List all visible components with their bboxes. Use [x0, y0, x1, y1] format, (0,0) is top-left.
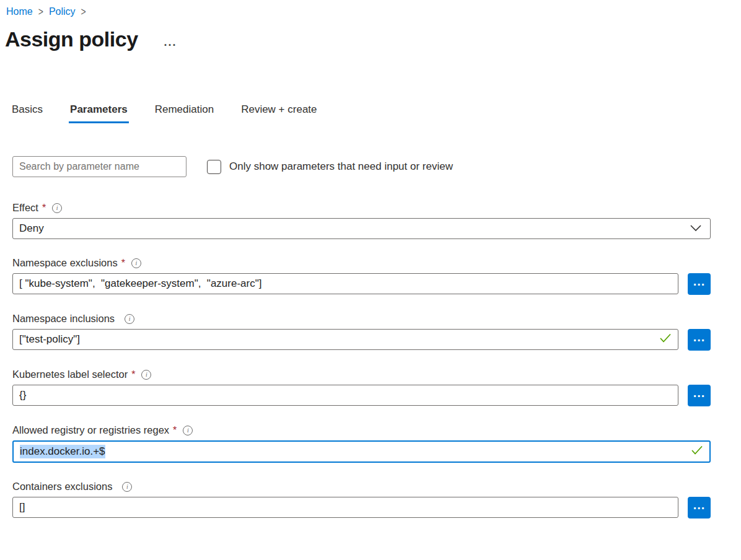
field-effect: Effect * i Deny	[12, 202, 741, 239]
namespace-inclusions-input[interactable]	[19, 330, 654, 349]
info-icon[interactable]: i	[125, 314, 134, 324]
required-asterisk: *	[131, 369, 135, 380]
check-mark-icon	[691, 445, 703, 458]
tab-review-create[interactable]: Review + create	[240, 101, 318, 123]
field-kubernetes-label-selector: Kubernetes label selector * i ...	[12, 369, 741, 406]
title-row: Assign policy ...	[5, 27, 741, 51]
field-containers-exclusions: Containers exclusions i ...	[12, 481, 741, 518]
filter-checkbox[interactable]	[207, 160, 221, 174]
info-icon[interactable]: i	[52, 203, 62, 213]
breadcrumb-separator-icon: >	[81, 6, 86, 18]
filter-row: Only show parameters that need input or …	[12, 156, 741, 177]
tab-bar: Basics Parameters Remediation Review + c…	[11, 101, 741, 123]
tab-parameters[interactable]: Parameters	[69, 101, 129, 123]
required-asterisk: *	[121, 258, 125, 269]
breadcrumb-separator-icon: >	[38, 6, 43, 18]
info-icon[interactable]: i	[122, 482, 132, 492]
field-label: Containers exclusions	[12, 481, 112, 492]
containers-exclusions-more-button[interactable]: ...	[688, 497, 711, 518]
tab-remediation[interactable]: Remediation	[154, 101, 215, 123]
field-label: Kubernetes label selector	[12, 369, 128, 380]
check-mark-icon	[659, 333, 672, 346]
containers-exclusions-input[interactable]	[19, 497, 672, 517]
kubernetes-label-selector-input[interactable]	[19, 385, 672, 405]
tab-basics[interactable]: Basics	[11, 101, 44, 123]
kubernetes-label-selector-more-button[interactable]: ...	[688, 385, 711, 406]
field-label: Namespace inclusions	[12, 313, 115, 325]
assign-policy-page: Home > Policy > Assign policy ... Basics…	[0, 0, 741, 560]
namespace-inclusions-more-button[interactable]: ...	[688, 329, 711, 351]
field-label: Namespace exclusions	[12, 257, 118, 269]
page-title: Assign policy	[5, 27, 138, 51]
parameters-form: Effect * i Deny Namespace exclusions * i	[12, 202, 741, 518]
selected-input-text: index.docker.io.+$	[20, 445, 105, 458]
namespace-exclusions-more-button[interactable]: ...	[688, 273, 711, 295]
breadcrumb-home-link[interactable]: Home	[6, 6, 33, 17]
field-namespace-inclusions: Namespace inclusions i ...	[12, 313, 741, 351]
info-icon[interactable]: i	[183, 426, 193, 435]
info-icon[interactable]: i	[131, 258, 141, 268]
namespace-exclusions-input[interactable]	[19, 274, 672, 294]
more-options-icon[interactable]: ...	[164, 39, 177, 45]
field-allowed-registry-regex: Allowed registry or registries regex * i…	[12, 424, 741, 463]
breadcrumb-policy-link[interactable]: Policy	[49, 6, 76, 17]
field-namespace-exclusions: Namespace exclusions * i ...	[12, 257, 741, 295]
info-icon[interactable]: i	[141, 370, 151, 380]
chevron-down-icon	[690, 222, 701, 235]
required-asterisk: *	[42, 203, 46, 214]
required-asterisk: *	[173, 425, 177, 436]
effect-dropdown-value: Deny	[19, 222, 44, 235]
field-label: Allowed registry or registries regex	[12, 424, 169, 436]
field-label: Effect	[12, 202, 38, 214]
breadcrumb: Home > Policy >	[0, 0, 741, 17]
search-input[interactable]	[12, 156, 186, 177]
effect-dropdown[interactable]: Deny	[12, 218, 711, 239]
filter-checkbox-label[interactable]: Only show parameters that need input or …	[229, 160, 453, 173]
allowed-registry-regex-input[interactable]: index.docker.io.+$	[12, 440, 711, 463]
